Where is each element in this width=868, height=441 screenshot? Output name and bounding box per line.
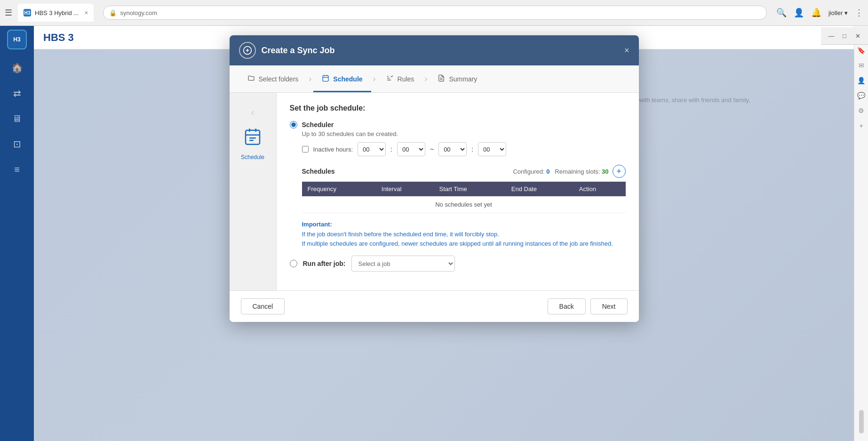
scheduler-radio-row: Scheduler (290, 121, 626, 128)
browser-chrome: ☰ H3 HBS 3 Hybrid ... × 🔒 synology.com 🔍… (0, 0, 868, 26)
tab-rules-label: Rules (398, 75, 414, 83)
right-panel-chat-icon[interactable]: 💬 (856, 90, 867, 101)
right-panel-user-icon[interactable]: 👤 (856, 75, 867, 86)
right-panel: 📌 🔖 ✉ 👤 💬 ⚙ + (854, 26, 868, 441)
inactive-start-minute-select[interactable]: 00153045 (397, 142, 425, 156)
sidebar-item-home[interactable]: 🏠 (6, 56, 28, 79)
close-window-button[interactable]: ✕ (851, 29, 864, 42)
tab-schedule-label: Schedule (333, 75, 362, 83)
sidebar-item-monitor[interactable]: ⊡ (6, 133, 28, 155)
inactive-end-minute-select[interactable]: 00153045 (478, 142, 506, 156)
tab-close-button[interactable]: × (84, 9, 88, 16)
minimize-button[interactable]: — (825, 29, 838, 42)
modal-footer: Cancel Back Next (230, 290, 639, 322)
tab-schedule[interactable]: Schedule (313, 65, 371, 92)
browser-menu-icon[interactable]: ☰ (5, 8, 12, 18)
important-title: Important: (302, 221, 626, 228)
modal-close-button[interactable]: × (624, 46, 629, 56)
browser-back-icon[interactable]: 🔍 (776, 8, 787, 18)
col-action: Action (573, 182, 626, 196)
tab-select-folders[interactable]: Select folders (239, 65, 307, 92)
configured-label: Configured: 0 Remaining slots: 30 (513, 168, 608, 175)
browser-tab[interactable]: H3 HBS 3 Hybrid ... × (18, 4, 94, 22)
sidenav-schedule-icon (243, 127, 262, 150)
tab-summary-icon (438, 74, 445, 84)
tab-separator-1: › (309, 74, 311, 84)
time-colon-1: : (390, 145, 392, 153)
schedules-header: Schedules Configured: 0 Remaining slots:… (302, 165, 626, 178)
col-interval: Interval (376, 182, 434, 196)
important-line-2: If multiple schedules are configured, ne… (302, 239, 626, 249)
remaining-count: 30 (602, 168, 608, 175)
tab-rules[interactable]: Rules (378, 65, 423, 92)
tab-separator-3: › (424, 74, 427, 84)
scheduler-radio-label: Scheduler (302, 121, 334, 128)
schedules-section: Schedules Configured: 0 Remaining slots:… (302, 165, 626, 213)
modal-nav-back-arrow[interactable]: ‹ (251, 107, 255, 118)
inactive-hours-checkbox[interactable] (302, 146, 309, 152)
scheduler-option: Scheduler Up to 30 schedules can be crea… (290, 121, 626, 248)
tab-separator-2: › (373, 74, 376, 84)
time-colon-2: : (471, 145, 473, 153)
extensions-icon[interactable]: ⋮ (855, 8, 863, 18)
run-after-job-radio[interactable] (290, 260, 297, 267)
wizard-tabs: Select folders › Schedule › Rules › (230, 65, 639, 93)
sidebar-item-sync[interactable]: ⇄ (6, 82, 28, 104)
run-after-job-row: Run after job: Select a job (290, 256, 626, 272)
modal-body: ‹ Schedule Set the job schedule: (230, 93, 639, 290)
tab-summary[interactable]: Summary (429, 65, 486, 92)
inactive-hours-row: Inactive hours: 000102061218 : 00153045 … (302, 142, 626, 156)
scheduler-radio-input[interactable] (290, 121, 297, 128)
cancel-button[interactable]: Cancel (241, 298, 285, 314)
add-schedule-button[interactable]: + (613, 165, 626, 178)
run-after-job-select[interactable]: Select a job (351, 256, 455, 272)
schedules-table-header: Frequency Interval Start Time End Date A… (302, 182, 626, 196)
tab-select-folders-icon (247, 74, 255, 84)
maximize-button[interactable]: □ (838, 29, 851, 42)
modal-header-icon (239, 42, 256, 59)
no-schedules-row: No schedules set yet (302, 196, 626, 213)
remaining-text: Remaining slots: (555, 168, 600, 175)
inactive-hours-label: Inactive hours: (313, 146, 353, 153)
sidebar-item-log[interactable]: ≡ (6, 158, 28, 181)
create-sync-job-modal: Create a Sync Job × Select folders › Sch… (230, 35, 639, 322)
inactive-end-hour-select[interactable]: 0001061218 (438, 142, 467, 156)
important-note: Important: If the job doesn't finish bef… (302, 221, 626, 248)
browser-refresh-icon[interactable]: 🔔 (811, 8, 821, 18)
col-end-date: End Date (506, 182, 573, 196)
run-after-label: Run after job: (303, 260, 346, 267)
configured-count: 0 (546, 168, 549, 175)
svg-rect-1 (323, 75, 328, 81)
right-panel-scrollbar[interactable] (859, 410, 864, 433)
no-schedules-message: No schedules set yet (302, 196, 626, 213)
tab-summary-label: Summary (449, 75, 477, 83)
sidebar-item-network[interactable]: 🖥 (6, 107, 28, 130)
app-title: HBS 3 (43, 32, 74, 44)
back-button[interactable]: Back (548, 298, 586, 314)
modal-header: Create a Sync Job × (230, 35, 639, 65)
modal-title: Create a Sync Job (262, 46, 335, 56)
sidenav-schedule-label: Schedule (241, 154, 264, 160)
sidebar: H3 🏠 ⇄ 🖥 ⊡ ≡ (0, 26, 34, 441)
time-tilde: ~ (430, 145, 434, 153)
right-panel-settings-icon[interactable]: ⚙ (856, 105, 867, 116)
modal-sidenav: ‹ Schedule (230, 93, 277, 290)
browser-actions: 🔍 👤 🔔 jioller ▾ ⋮ (776, 8, 863, 18)
browser-address-bar[interactable]: 🔒 synology.com (103, 6, 767, 20)
browser-forward-icon[interactable]: 👤 (794, 8, 804, 18)
next-button[interactable]: Next (590, 298, 628, 314)
content-title: Set the job schedule: (290, 104, 626, 112)
inactive-start-hour-select[interactable]: 000102061218 (358, 142, 386, 156)
right-panel-add-icon[interactable]: + (856, 120, 867, 131)
address-text: 🔒 synology.com (109, 9, 157, 16)
right-panel-mail-icon[interactable]: ✉ (856, 60, 867, 71)
tab-select-folders-label: Select folders (259, 75, 299, 83)
tab-schedule-icon (322, 74, 329, 84)
tab-favicon: H3 (24, 9, 31, 16)
browser-user: jioller ▾ (828, 9, 848, 16)
col-frequency: Frequency (302, 182, 376, 196)
tab-rules-icon (386, 74, 394, 84)
right-panel-bookmark-icon[interactable]: 🔖 (856, 45, 867, 56)
tab-title: HBS 3 Hybrid ... (35, 9, 79, 16)
svg-rect-2 (246, 130, 260, 144)
